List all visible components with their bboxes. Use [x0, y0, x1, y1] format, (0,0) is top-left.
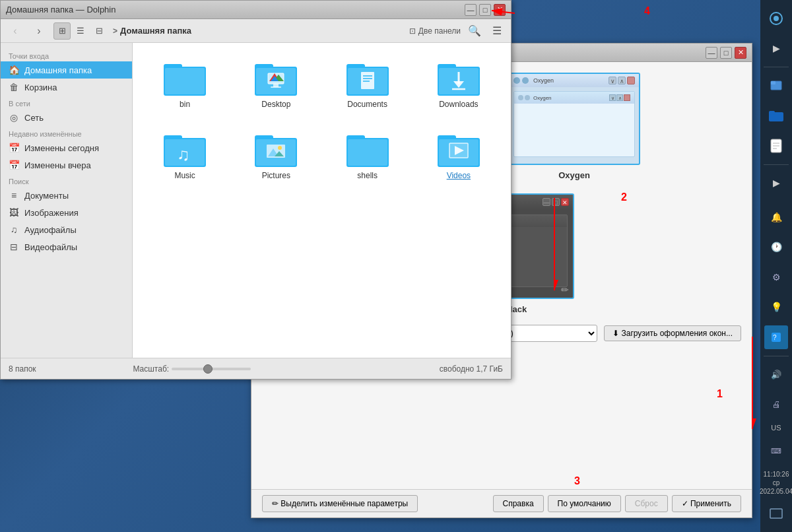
file-grid: bin	[146, 56, 498, 185]
audio-icon: ♫	[9, 224, 19, 235]
taskbar-icon-volume[interactable]: 🔊	[764, 363, 788, 387]
taskbar-right: ▶ ▶ 🔔 🕐	[760, 0, 792, 532]
dual-panel-icon: ⊡	[409, 26, 416, 36]
dual-panel-label: Две панели	[418, 26, 461, 36]
taskbar-icon-files[interactable]	[764, 74, 788, 98]
tree-view-button[interactable]: ⊟	[90, 22, 108, 40]
settings-close[interactable]: ✕	[735, 47, 746, 59]
sidebar-item-audio[interactable]: ♫ Аудиофайлы	[1, 221, 132, 238]
sidebar-item-trash[interactable]: 🗑 Корзина	[1, 79, 132, 96]
folder-count: 8 папок	[9, 364, 36, 374]
help-button[interactable]: Справка	[493, 495, 544, 512]
reset-button[interactable]: Сброс	[625, 495, 668, 512]
taskbar-icon-arrow-right-2[interactable]: ▶	[764, 172, 788, 195]
svg-point-45	[774, 16, 779, 21]
taskbar-icon-settings-sys[interactable]: ⚙	[764, 265, 788, 289]
breadcrumb-separator: >	[113, 26, 117, 36]
folder-documents[interactable]: Documents	[329, 56, 407, 114]
edit-icon[interactable]: ✏	[561, 284, 569, 295]
view-mode-buttons: ⊞ ☰ ⊟	[53, 22, 108, 40]
download-decorations-button[interactable]: ⬇ Загрузить оформления окон...	[604, 325, 741, 341]
taskbar-icon-clock-sys[interactable]: 🕐	[764, 236, 788, 259]
theme-oxygen-label: Oxygen	[558, 170, 590, 180]
apply-button[interactable]: ✓ Применить	[672, 495, 741, 512]
folder-shells[interactable]: shells	[329, 127, 407, 185]
toolbar-right: ⊡ Две панели 🔍 ☰	[409, 22, 506, 40]
folder-videos-icon	[438, 133, 480, 167]
settings-action-bar: ✏ Выделить изменённые параметры Справка …	[251, 489, 752, 517]
sidebar: Точки входа 🏠 Домашняя папка 🗑 Корзина В…	[1, 43, 133, 358]
search-button[interactable]: 🔍	[466, 22, 483, 40]
sidebar-item-home[interactable]: 🏠 Домашняя папка	[1, 61, 132, 79]
folder-documents-icon	[346, 61, 389, 96]
breadcrumb-bar: > Домашняя папка	[113, 26, 404, 36]
annotation-4: 4	[644, 5, 650, 17]
forward-button[interactable]: ›	[30, 22, 48, 40]
highlight-changes-button[interactable]: ✏ Выделить изменённые параметры	[262, 495, 418, 512]
document-icon: ≡	[9, 190, 19, 201]
right-action-buttons: Справка По умолчанию Сброс ✓ Применить	[493, 495, 741, 512]
folder-videos-label: Videos	[447, 171, 471, 180]
svg-rect-2	[165, 68, 205, 94]
theme-oxygen-outer-item[interactable]: Oxygen ∨ ∧	[508, 73, 640, 180]
dual-panel-button[interactable]: ⊡ Две панели	[409, 26, 461, 36]
folder-downloads-icon	[438, 61, 480, 96]
sidebar-item-images[interactable]: 🖼 Изображения	[1, 204, 132, 221]
left-action-buttons: ✏ Выделить изменённые параметры	[262, 495, 418, 512]
video-icon: ⊟	[9, 242, 19, 252]
back-button[interactable]: ‹	[6, 22, 24, 40]
theme-oxygen-outer-preview: Oxygen ∨ ∧	[508, 73, 640, 165]
checkmark-icon: ✓	[682, 499, 688, 508]
svg-rect-47	[771, 81, 776, 84]
zoom-track[interactable]	[172, 368, 251, 370]
sidebar-item-yesterday[interactable]: 📅 Изменены вчера	[1, 156, 132, 174]
minimize-button[interactable]: —	[465, 4, 477, 16]
folder-videos[interactable]: Videos	[420, 127, 498, 185]
image-icon: 🖼	[9, 207, 19, 218]
taskbar-icon-folder-blue[interactable]	[764, 104, 788, 128]
folder-desktop[interactable]: Desktop	[237, 56, 315, 114]
sidebar-item-docs[interactable]: ≡ Документы	[1, 187, 132, 204]
taskbar-icon-bell[interactable]: 🔔	[764, 205, 788, 229]
sidebar-item-today[interactable]: 📅 Изменены сегодня	[1, 139, 132, 156]
defaults-button[interactable]: По умолчанию	[548, 495, 621, 512]
folder-shells-icon	[346, 133, 389, 167]
svg-point-35	[278, 146, 282, 150]
settings-maximize[interactable]: □	[720, 47, 732, 59]
time-display: 11:10:26 ср 2022.05.04	[760, 469, 792, 497]
folder-pictures-icon	[255, 133, 297, 167]
sidebar-section-recent: Недавно изменённые	[1, 126, 132, 139]
close-button[interactable]: ✕	[494, 4, 506, 16]
annotation-2: 2	[621, 191, 627, 203]
settings-minimize[interactable]: —	[706, 47, 717, 59]
calendar-yesterday-icon: 📅	[9, 160, 19, 170]
maximize-button[interactable]: □	[479, 4, 491, 16]
locale-indicator[interactable]: US	[771, 422, 781, 434]
taskbar-icon-printer[interactable]: 🖨	[764, 393, 788, 416]
folder-music-icon: ♫	[164, 133, 206, 167]
svg-rect-38	[348, 139, 387, 166]
list-view-button[interactable]: ☰	[72, 22, 89, 40]
folder-bin[interactable]: bin	[146, 56, 224, 114]
taskbar-icon-keyboard[interactable]: ⌨	[764, 440, 788, 463]
sidebar-item-video[interactable]: ⊟ Видеофайлы	[1, 238, 132, 255]
desktop: Домашняя папка — Dolphin — □ ✕ ‹ › ⊞ ☰ ⊟…	[0, 0, 792, 532]
taskbar-icon-arrow-right[interactable]: ▶	[764, 37, 788, 61]
folder-pictures[interactable]: Pictures	[237, 127, 315, 185]
annotation-3: 3	[574, 475, 580, 487]
sidebar-item-network[interactable]: ◎ Сеть	[1, 109, 132, 126]
folder-desktop-label: Desktop	[261, 100, 290, 109]
zoom-thumb[interactable]	[203, 364, 213, 374]
folder-downloads[interactable]: Downloads	[420, 56, 498, 114]
file-grid-area: bin	[133, 43, 511, 358]
menu-button[interactable]: ☰	[488, 22, 506, 40]
taskbar-icon-store[interactable]: ?	[764, 325, 788, 349]
taskbar-icon-kde[interactable]	[764, 7, 788, 30]
taskbar-icon-document[interactable]	[764, 134, 788, 158]
folder-music[interactable]: ♫ Music	[146, 127, 224, 185]
folder-documents-label: Documents	[347, 100, 387, 109]
icon-view-button[interactable]: ⊞	[53, 22, 71, 40]
annotation-1: 1	[717, 388, 723, 400]
taskbar-icon-desktop[interactable]	[764, 502, 788, 526]
taskbar-icon-brightness[interactable]: 💡	[764, 296, 788, 319]
